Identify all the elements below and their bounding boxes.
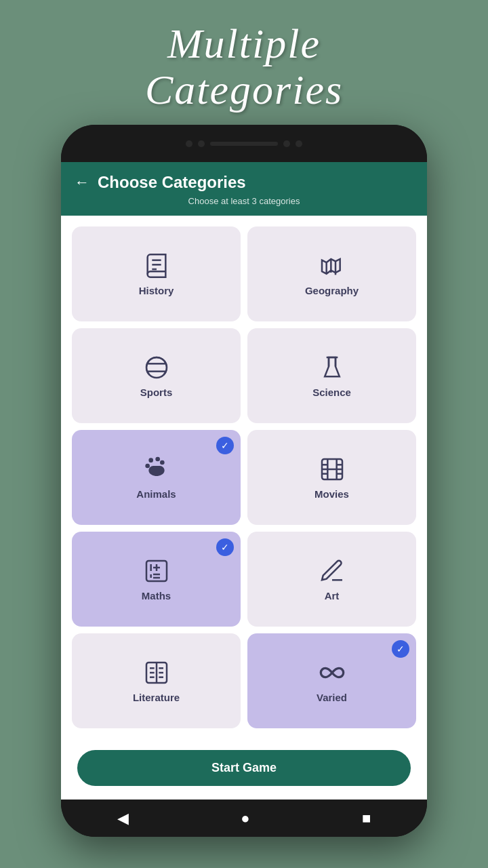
- maths-check: ✓: [216, 538, 234, 556]
- art-icon: [319, 557, 346, 585]
- science-icon: [319, 354, 346, 381]
- screen-subtitle: Choose at least 3 categories: [188, 196, 300, 206]
- nav-back-icon[interactable]: ◀: [117, 810, 129, 827]
- category-science[interactable]: Science: [247, 328, 416, 423]
- history-label: History: [139, 285, 174, 296]
- animals-check: ✓: [216, 437, 234, 454]
- start-game-area: Start Game: [61, 739, 427, 800]
- history-icon: [143, 252, 170, 279]
- category-movies[interactable]: Movies: [247, 430, 416, 525]
- category-varied[interactable]: ✓ Varied: [247, 633, 416, 728]
- movies-label: Movies: [314, 488, 349, 500]
- svg-point-12: [160, 460, 165, 465]
- notch-dot-3: [283, 140, 290, 147]
- start-game-button[interactable]: Start Game: [77, 750, 411, 786]
- back-button[interactable]: ←: [75, 174, 89, 191]
- varied-label: Varied: [317, 692, 347, 703]
- app-header: ← Choose Categories Choose at least 3 ca…: [61, 162, 427, 216]
- phone-nav-bar: ◀ ● ■: [61, 800, 427, 837]
- notch-dot-4: [296, 140, 302, 147]
- svg-point-11: [155, 457, 160, 462]
- svg-point-10: [148, 458, 153, 462]
- notch-dot-2: [198, 140, 205, 147]
- category-history[interactable]: History: [72, 226, 241, 321]
- category-art[interactable]: Art: [247, 532, 416, 627]
- notch-bar: [210, 142, 278, 146]
- maths-icon: [143, 557, 170, 585]
- animals-icon: [143, 456, 170, 483]
- page-title: Multiple Categories: [145, 20, 343, 113]
- nav-home-icon[interactable]: ●: [241, 810, 249, 827]
- phone-notch: [61, 125, 427, 162]
- category-sports[interactable]: Sports: [72, 328, 241, 423]
- notch-dot-1: [186, 140, 192, 147]
- phone-frame: ← Choose Categories Choose at least 3 ca…: [61, 125, 427, 837]
- geography-icon: [319, 252, 346, 279]
- literature-icon: [143, 659, 170, 686]
- category-literature[interactable]: Literature: [72, 633, 241, 728]
- nav-square-icon[interactable]: ■: [362, 810, 371, 827]
- category-maths[interactable]: ✓ Maths: [72, 532, 241, 627]
- varied-icon: [319, 659, 346, 686]
- science-label: Science: [312, 387, 351, 398]
- phone-screen: ← Choose Categories Choose at least 3 ca…: [61, 162, 427, 800]
- literature-label: Literature: [133, 692, 180, 703]
- screen-title: Choose Categories: [98, 173, 246, 192]
- categories-grid: History Geography: [61, 216, 427, 739]
- movies-icon: [319, 456, 346, 483]
- category-animals[interactable]: ✓ Animals: [72, 430, 241, 525]
- svg-point-13: [145, 464, 150, 469]
- sports-label: Sports: [140, 387, 173, 398]
- sports-icon: [143, 354, 170, 381]
- varied-check: ✓: [392, 640, 409, 658]
- animals-label: Animals: [136, 488, 176, 500]
- art-label: Art: [325, 590, 340, 601]
- maths-label: Maths: [142, 590, 171, 601]
- geography-label: Geography: [305, 285, 359, 296]
- category-geography[interactable]: Geography: [247, 226, 416, 321]
